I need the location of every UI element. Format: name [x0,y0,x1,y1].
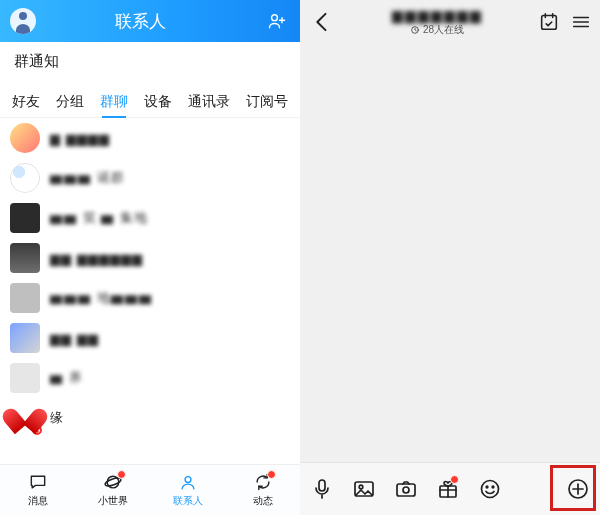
group-avatar [10,403,40,433]
group-list: ▆ ▆▆▆▆ ▆▆▆ 谣群 ▆▆ 笑 ▆ 集地 ▆▆ ▆▆▆▆▆▆ ▆▆▆ 地▆… [0,118,300,464]
group-avatar [10,283,40,313]
calendar-check-icon [538,11,560,33]
group-avatar [10,323,40,353]
add-friend-icon [267,11,287,31]
user-avatar[interactable] [10,8,36,34]
svg-point-0 [272,15,278,21]
group-name: ▆▆▆ 地▆▆▆ [50,289,153,307]
contacts-header: 联系人 [0,0,300,42]
online-count: 28人在线 [410,23,464,37]
camera-icon [394,477,418,501]
group-avatar [10,163,40,193]
tab-groupchat[interactable]: 群聊 [92,85,136,117]
chat-bubble-icon [28,472,48,492]
gift-button[interactable] [436,477,460,501]
group-avatar [10,363,40,393]
svg-point-3 [185,477,191,483]
group-name: ▆▆ 笑 ▆ 集地 [50,209,148,227]
calendar-button[interactable] [538,11,560,33]
group-avatar [10,123,40,153]
group-name: ▆▆ ▆▆▆▆▆▆ [50,251,143,266]
svg-rect-5 [542,16,557,30]
person-icon [178,472,198,492]
smile-icon [478,477,502,501]
svg-rect-6 [319,480,325,491]
list-item[interactable]: ▆▆ ▆▆▆▆▆▆ [0,238,300,278]
tab-groups[interactable]: 分组 [48,85,92,117]
bottom-nav: 消息 小世界 联系人 动态 [0,464,300,515]
emoji-button[interactable] [478,477,502,501]
chat-header: ▆▆▆▆▆▆▆ 28人在线 [300,0,600,44]
nav-world[interactable]: 小世界 [75,465,150,515]
group-avatar [10,203,40,233]
list-item[interactable]: ▆▆ 笑 ▆ 集地 [0,198,300,238]
svg-point-14 [492,486,494,488]
group-name: ▆ 界 [50,369,83,387]
chat-body[interactable] [300,44,600,462]
camera-button[interactable] [394,477,418,501]
svg-point-12 [482,481,499,498]
nav-contacts[interactable]: 联系人 [150,465,225,515]
menu-button[interactable] [570,11,592,33]
blocked-badge-icon [32,425,42,435]
clock-icon [410,25,420,35]
svg-point-10 [403,487,409,493]
chat-toolbar [300,462,600,515]
contact-category-tabs: 好友 分组 群聊 设备 通讯录 订阅号 [0,85,300,118]
chat-pane: ▆▆▆▆▆▆▆ 28人在线 [300,0,600,515]
image-icon [352,477,376,501]
tab-friends[interactable]: 好友 [4,85,48,117]
nav-feed[interactable]: 动态 [225,465,300,515]
list-item[interactable]: ▆▆ ▆▆ [0,318,300,358]
contacts-title: 联系人 [16,10,264,33]
chevron-left-icon [308,8,336,36]
group-name: ▆▆ ▆▆ [50,331,99,346]
voice-button[interactable] [310,477,334,501]
back-button[interactable] [308,8,336,36]
list-item[interactable]: ▆▆▆ 地▆▆▆ [0,278,300,318]
list-item[interactable]: ▆▆▆ 谣群 [0,158,300,198]
plus-circle-icon [566,477,590,501]
svg-point-13 [486,486,488,488]
chat-title: ▆▆▆▆▆▆▆ [392,7,483,23]
mic-icon [310,477,334,501]
contacts-pane: 联系人 群通知 好友 分组 群聊 设备 通讯录 订阅号 ▆ ▆▆▆▆ [0,0,300,515]
list-item[interactable]: ▆ ▆▆▆▆ [0,118,300,158]
group-name: ▆▆▆ 谣群 [50,169,125,187]
group-name: 缘 [50,409,64,427]
notification-dot-icon [117,470,126,479]
group-notice[interactable]: 群通知 [0,42,300,85]
list-item[interactable]: ▆ 界 [0,358,300,398]
image-button[interactable] [352,477,376,501]
tab-subscriptions[interactable]: 订阅号 [238,85,296,117]
tab-devices[interactable]: 设备 [136,85,180,117]
add-friend-button[interactable] [264,8,290,34]
nav-messages[interactable]: 消息 [0,465,75,515]
plus-button[interactable] [566,477,590,501]
group-name: ▆ ▆▆▆▆ [50,131,110,146]
notification-dot-icon [267,470,276,479]
svg-point-8 [359,485,363,489]
svg-rect-9 [397,484,415,496]
menu-icon [570,11,592,33]
tab-addressbook[interactable]: 通讯录 [180,85,238,117]
list-item[interactable]: 缘 [0,398,300,438]
group-avatar [10,243,40,273]
